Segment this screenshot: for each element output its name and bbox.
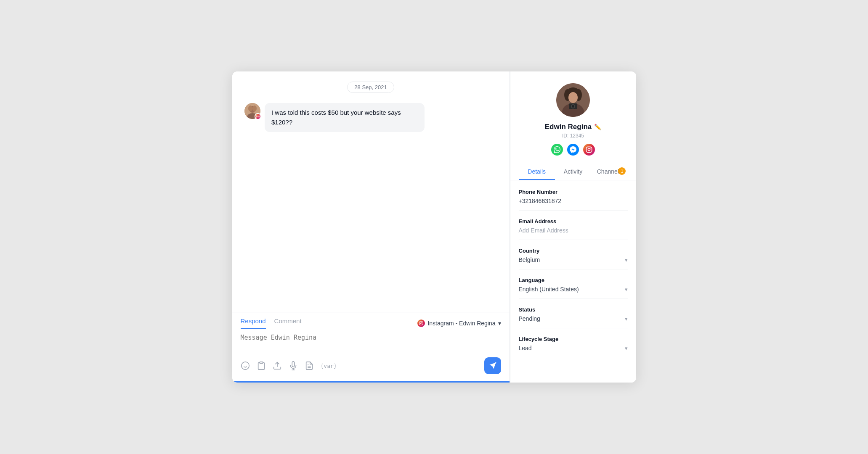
variable-icon[interactable]: {var} xyxy=(321,363,337,369)
contact-name: Edwin Regina xyxy=(545,123,592,131)
contact-header: Edwin Regina ✏️ ID: 12345 xyxy=(510,71,636,164)
reply-toolbar: {var} xyxy=(232,354,510,381)
send-button[interactable] xyxy=(484,357,501,374)
phone-field: Phone Number +321846631872 xyxy=(519,189,628,211)
language-chevron: ▾ xyxy=(625,286,628,293)
channels-badge: 1 xyxy=(618,167,626,175)
channel-chevron: ▾ xyxy=(498,320,501,327)
app-container: 28 Sep, 2021 xyxy=(232,71,636,383)
reply-input[interactable] xyxy=(241,334,501,349)
respond-tab[interactable]: Respond xyxy=(241,317,266,329)
document-icon[interactable] xyxy=(305,361,314,370)
svg-rect-14 xyxy=(260,362,263,364)
emoji-icon[interactable] xyxy=(241,361,250,370)
chat-panel: 28 Sep, 2021 xyxy=(232,71,510,383)
svg-point-11 xyxy=(241,362,249,370)
country-field: Country Belgium ▾ xyxy=(519,248,628,269)
edit-icon[interactable]: ✏️ xyxy=(594,124,601,130)
status-chevron: ▾ xyxy=(625,316,628,322)
reply-tab-group: Respond Comment xyxy=(241,317,302,329)
reply-tabs: Respond Comment Instagram - Edwin Regina… xyxy=(232,312,510,329)
svg-point-31 xyxy=(588,148,590,150)
instagram-channel-contact[interactable] xyxy=(583,144,595,156)
lifecycle-chevron: ▾ xyxy=(625,345,628,351)
lifecycle-select-row[interactable]: Lead ▾ xyxy=(519,345,628,351)
email-label: Email Address xyxy=(519,218,628,224)
country-label: Country xyxy=(519,248,628,254)
language-value: English (United States) xyxy=(519,286,579,293)
channel-selector[interactable]: Instagram - Edwin Regina ▾ xyxy=(417,319,501,327)
svg-rect-30 xyxy=(586,147,592,152)
comment-tab[interactable]: Comment xyxy=(274,317,302,329)
lifecycle-label: Lifecycle Stage xyxy=(519,336,628,342)
status-field: Status Pending ▾ xyxy=(519,306,628,328)
contact-channels xyxy=(551,144,595,156)
svg-point-6 xyxy=(257,116,259,117)
svg-point-29 xyxy=(572,105,574,108)
email-field: Email Address Add Email Address xyxy=(519,218,628,240)
phone-label: Phone Number xyxy=(519,189,628,195)
reply-input-area[interactable] xyxy=(232,329,510,354)
svg-point-3 xyxy=(248,106,252,111)
phone-value: +321846631872 xyxy=(519,198,628,204)
reply-area: Respond Comment Instagram - Edwin Regina… xyxy=(232,312,510,383)
bottom-bar xyxy=(232,381,510,383)
date-badge: 28 Sep, 2021 xyxy=(347,82,394,93)
svg-point-26 xyxy=(568,92,578,103)
contact-id: ID: 12345 xyxy=(562,133,584,139)
contact-panel: Edwin Regina ✏️ ID: 12345 xyxy=(510,71,636,383)
status-select-row[interactable]: Pending ▾ xyxy=(519,315,628,322)
svg-rect-5 xyxy=(257,115,260,118)
lifecycle-field: Lifecycle Stage Lead ▾ xyxy=(519,336,628,357)
svg-point-10 xyxy=(422,322,422,322)
status-value: Pending xyxy=(519,315,540,322)
country-chevron: ▾ xyxy=(625,257,628,263)
user-avatar-wrap xyxy=(244,103,260,119)
country-value: Belgium xyxy=(519,256,540,263)
svg-point-9 xyxy=(421,322,422,324)
upload-icon[interactable] xyxy=(273,361,282,370)
svg-point-4 xyxy=(252,106,257,111)
clipboard-icon[interactable] xyxy=(257,361,266,370)
contact-details: Phone Number +321846631872 Email Address… xyxy=(510,180,636,383)
mic-icon[interactable] xyxy=(289,361,298,370)
tab-details[interactable]: Details xyxy=(519,164,555,180)
channel-name: Instagram - Edwin Regina xyxy=(427,320,495,327)
contact-avatar xyxy=(556,83,590,117)
language-select-row[interactable]: English (United States) ▾ xyxy=(519,286,628,293)
tab-channels[interactable]: Channels 1 xyxy=(591,164,627,180)
whatsapp-channel[interactable] xyxy=(551,144,563,156)
language-label: Language xyxy=(519,277,628,283)
chat-messages: 28 Sep, 2021 xyxy=(232,71,510,312)
status-label: Status xyxy=(519,306,628,313)
contact-tabs: Details Activity Channels 1 xyxy=(510,164,636,180)
message-row: I was told this costs $50 but your websi… xyxy=(244,103,497,132)
svg-rect-8 xyxy=(419,321,423,325)
svg-point-32 xyxy=(590,148,591,148)
lifecycle-value: Lead xyxy=(519,345,532,351)
language-field: Language English (United States) ▾ xyxy=(519,277,628,299)
instagram-badge xyxy=(255,113,261,120)
messenger-channel[interactable] xyxy=(567,144,579,156)
message-bubble: I was told this costs $50 but your websi… xyxy=(265,103,425,132)
tab-activity[interactable]: Activity xyxy=(555,164,591,180)
country-select-row[interactable]: Belgium ▾ xyxy=(519,256,628,263)
contact-name-row: Edwin Regina ✏️ xyxy=(545,123,601,131)
instagram-channel-icon xyxy=(417,319,425,327)
email-value[interactable]: Add Email Address xyxy=(519,227,628,234)
svg-point-7 xyxy=(258,116,259,116)
